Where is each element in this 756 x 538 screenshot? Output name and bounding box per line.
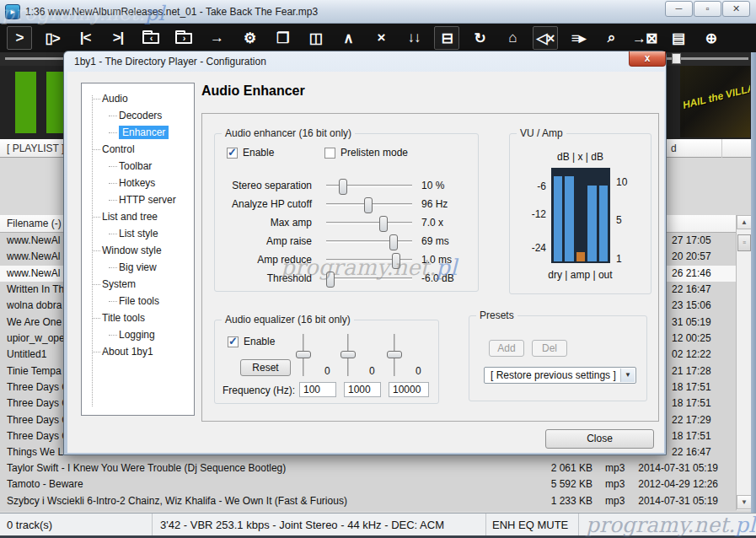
list-item[interactable]: Taylor Swift - I Knew You Were Trouble (… [0,460,736,476]
slider-thumb[interactable] [389,234,398,250]
next-track-button[interactable]: >| [105,26,131,50]
play-button[interactable]: > [7,26,32,50]
tree-item-file-tools[interactable]: File tools [82,293,194,309]
eq-freq-1-input[interactable]: 100 [299,382,336,397]
settings-button[interactable]: ⚙ [237,26,262,50]
close-x-icon: × [378,30,385,46]
tree-item-audio[interactable]: Audio [82,90,194,107]
tree-item-http-server[interactable]: HTTP server [82,191,194,208]
dsp-flags: ENH EQ MUTE [492,519,568,531]
audio-enhancer-group: Audio enhancer (16 bit only) Enable Prel… [214,133,479,292]
tree-item-decoders[interactable]: Decoders [82,107,194,124]
eq-freq-2-input[interactable]: 1000 [344,382,381,397]
enhancer-enable-checkbox[interactable]: Enable [227,147,274,159]
delete-preset-button[interactable]: Del [532,340,567,357]
maximize-button[interactable]: ▫ [694,1,721,17]
vu-bar-out-left [587,186,596,261]
scroll-up-button[interactable]: ▲ [737,215,752,229]
tree-item-hotkeys[interactable]: Hotkeys [82,175,194,191]
search-icon: ⌕ [608,30,615,46]
slider-thumb[interactable] [364,197,373,213]
stereo-separation-slider[interactable] [326,185,412,187]
dialog-close-action-button[interactable]: Close [545,429,654,449]
slider-thumb[interactable] [339,179,347,195]
slider-thumb[interactable] [387,351,402,358]
presets-dropdown[interactable]: [ Restore previous settings ] ▼ [484,367,636,384]
scroll-thumb[interactable]: ≡ [737,234,751,251]
tree-item-list-style[interactable]: List style [82,225,194,242]
vu-channels-label: dry | amp | out [510,269,651,281]
add-preset-button[interactable]: Add [489,340,524,357]
slider-thumb[interactable] [296,351,311,358]
reset-button[interactable]: Reset [240,359,291,376]
eq-band-3-slider[interactable] [386,334,403,376]
settings-tree: Audio Decoders Enhancer Control Toolbar … [81,83,195,416]
eq-band-2-slider[interactable] [340,334,357,376]
tree-item-title-tools[interactable]: Title tools [82,309,194,326]
playlist-edit-icon: ≡▸ [571,30,585,47]
vu-bar-dry-right [565,176,573,261]
analyze-hp-cutoff-slider[interactable] [326,203,412,206]
previous-track-button[interactable]: |< [72,26,98,50]
level-meter-left [15,72,36,133]
seek-thumb[interactable] [672,53,681,64]
time-button[interactable]: ⊕ [698,26,723,50]
eq-band-3-value: 0 [416,365,421,377]
previous-folder-button[interactable]: ‹ [138,26,164,50]
search-button[interactable]: ⌕ [598,26,624,50]
sort-descending-icon: ↓↓ [408,30,421,46]
max-amp-slider[interactable] [326,222,412,224]
split-view-button[interactable]: ◫ [303,26,328,50]
close-button[interactable]: ✕ [722,1,750,17]
playlist-edit-button[interactable]: ≡▸ [566,26,591,50]
horizontal-split-button[interactable]: ⊟ [434,26,459,50]
tree-item-about[interactable]: About 1by1 [82,343,194,360]
prelisten-mode-checkbox[interactable]: Prelisten mode [324,147,408,159]
tree-item-list-and-tree[interactable]: List and tree [82,208,194,225]
sort-button[interactable]: ↓↓ [401,26,426,50]
info-panel-button[interactable]: ▤ [665,26,690,50]
tree-item-big-view[interactable]: Big view [82,259,194,276]
checkbox-icon [227,148,238,159]
slider-thumb[interactable] [326,272,335,288]
minimize-button[interactable]: ─ [665,1,693,17]
tree-item-system[interactable]: System [82,276,194,293]
tree-item-logging[interactable]: Logging [82,326,194,343]
list-scrollbar[interactable]: ▲ ≡ ▼ [736,215,751,510]
amp-raise-slider[interactable] [326,240,412,243]
playlist-header[interactable]: [ PLAYLIST ] [7,143,64,154]
tree-item-control[interactable]: Control [82,141,194,158]
window-title: 1:36 www.NewAlbumReleases.net_01 - Take … [25,6,318,18]
vu-scale-label: dB | x | dB [510,151,651,163]
amp-reduce-slider[interactable] [326,259,412,261]
scroll-down-button[interactable]: ▼ [737,495,752,509]
list-item[interactable]: Szybcy i Wsciekli 6-Intro-2 Chainz, Wiz … [0,493,736,509]
vu-bar-dry-left [554,176,562,261]
next-folder-button[interactable]: › [171,26,196,50]
goto-current-button[interactable]: →⊠ [631,26,657,50]
tree-item-window-style[interactable]: Window style [82,242,194,259]
repeat-button[interactable]: ↻ [467,26,492,50]
tree-item-toolbar[interactable]: Toolbar [82,158,194,175]
pause-button[interactable]: ▯> [40,26,65,50]
mute-button[interactable]: ◁× [533,26,558,50]
close-list-button[interactable]: × [368,26,394,50]
collapse-button[interactable]: ∧ [335,26,361,50]
slider-thumb[interactable] [392,253,400,269]
tree-item-enhancer[interactable]: Enhancer [82,124,194,141]
list-item[interactable]: Tamoto - Beware5 592 KBmp32012-04-29 12:… [0,476,736,492]
slider-thumb[interactable] [340,351,356,358]
slider-thumb[interactable] [379,216,388,232]
main-titlebar: ▸ 1:36 www.NewAlbumReleases.net_01 - Tak… [0,0,756,24]
equalizer-enable-checkbox[interactable]: Enable [228,336,275,347]
window-mode-button[interactable]: ❐ [270,26,295,50]
home-button[interactable]: ⌂ [500,26,525,50]
horizontal-split-icon: ⊟ [441,30,452,47]
chevron-down-icon: ▼ [620,369,635,382]
continue-button[interactable]: → [204,26,229,50]
repeat-icon: ↻ [474,30,485,47]
threshold-slider[interactable] [326,277,412,280]
eq-freq-3-input[interactable]: 10000 [389,382,429,397]
eq-band-1-slider[interactable] [295,334,312,376]
dialog-close-button[interactable]: x [629,51,666,67]
